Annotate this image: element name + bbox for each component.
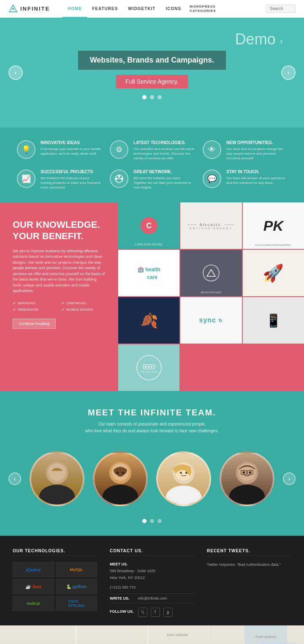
hero-dot-3[interactable] — [157, 95, 162, 99]
svg-point-25 — [180, 472, 182, 474]
team-prev-button[interactable]: ‹ — [8, 472, 21, 485]
innovative-title: INNOVATIVE IDEAS — [41, 140, 101, 145]
portfolio-mountain[interactable]: MOUNTAIN REEF — [180, 250, 242, 296]
hero-dot-2[interactable] — [150, 95, 154, 99]
portfolio-sync[interactable]: sync ↻ — [180, 297, 242, 344]
nav-widgetkit[interactable]: WIDGETKIT — [123, 0, 160, 18]
svg-point-20 — [117, 472, 119, 474]
svg-rect-1 — [12, 8, 14, 10]
team-subtitle: Our team consists of passionate and expe… — [8, 421, 296, 434]
team-avatar-1[interactable] — [30, 451, 84, 506]
portfolio-leaf[interactable]: 🍂 — [118, 297, 179, 344]
svg-rect-13 — [151, 366, 152, 368]
tech-css3: CSS3STYLING — [56, 596, 97, 611]
team-avatar-4[interactable] — [220, 451, 274, 506]
footer-contact: CONTACT US. MEET US. 588 Broadway · Suit… — [110, 548, 194, 617]
logo[interactable]: INFINITE — [8, 4, 50, 14]
svg-line-8 — [119, 177, 120, 179]
facebook-icon[interactable]: f — [151, 608, 160, 617]
continue-button[interactable]: Continue Reading — [13, 319, 56, 329]
contact-divider-1 — [110, 593, 194, 594]
portfolio-biscuits[interactable]: ~~~ biscuits. ~~~ ARTISAN BAKERY — [180, 202, 242, 249]
meet-label: MEET US. — [110, 562, 194, 566]
search-input[interactable] — [266, 5, 296, 13]
team-avatar-3[interactable] — [156, 451, 211, 506]
portfolio-carlton[interactable]: C CARLTON HOTEL — [118, 202, 179, 249]
tech-grid: jQuery MySQL ☕ Java 🐍 python node.js CSS… — [13, 562, 97, 611]
team-carousel: ‹ — [8, 447, 296, 510]
demo-label: Demo › — [235, 30, 283, 48]
svg-point-5 — [118, 175, 120, 177]
innovative-icon: 💡 — [17, 140, 35, 159]
follow-label: FOLLOW US. — [110, 609, 134, 614]
technologies-icon: ⚙ — [110, 140, 128, 159]
touch-title: STAY IN TOUCH. — [226, 169, 287, 174]
portfolio-rocket[interactable]: 🚀 — [243, 250, 304, 296]
portfolio-grid: C CARLTON HOTEL ~~~ biscuits. ~~~ ARTISA… — [118, 202, 304, 391]
hero-next-button[interactable]: › — [281, 65, 296, 80]
contact-title: CONTACT US. — [110, 548, 194, 556]
projects-icon: 📈 — [17, 169, 35, 188]
svg-point-15 — [39, 485, 75, 506]
write-label: WRITE US. — [110, 596, 130, 600]
pk-label: FELIX KARIS PHOTOGRAPHY — [243, 244, 304, 246]
follow-row: FOLLOW US. 𝕏 f g — [110, 606, 194, 617]
svg-point-26 — [185, 472, 187, 474]
feature-innovative: 💡 INNOVATIVE IDEAS If we design your web… — [17, 140, 101, 161]
contact-email: info@infinite.com — [138, 596, 167, 600]
team-avatar-2[interactable] — [93, 451, 148, 506]
portfolio-bullets: ✓ BRANDING ✓ CAMPAIGNS ✓ WEBDESIGN ✓ MOB… — [13, 301, 106, 312]
nav-features[interactable]: FEATURES — [87, 0, 123, 18]
team-avatars — [30, 451, 274, 506]
team-next-button[interactable]: › — [283, 472, 296, 485]
tech-java: ☕ Java — [13, 579, 54, 594]
portfolio-desc: We aim to improve business by delivering… — [13, 248, 106, 294]
team-dots — [8, 519, 296, 523]
svg-text:EAST HARLEM: EAST HARLEM — [167, 633, 187, 636]
team-dot-3[interactable] — [157, 519, 162, 523]
team-dot-2[interactable] — [150, 519, 154, 523]
tech-jquery: jQuery — [13, 562, 54, 577]
map-svg: EAST HARLEM UPPER WEST SIDE MANHATTAN UP… — [0, 625, 304, 644]
portfolio-traveline[interactable]: TRAVELINE — [118, 344, 179, 391]
opportunities-icon: 👁 — [203, 140, 221, 159]
nav-wordpress[interactable]: WORDPRESSCATEGORIES — [186, 0, 219, 18]
tech-node: node.js — [13, 596, 54, 611]
features-grid: 💡 INNOVATIVE IDEAS If we design your web… — [17, 140, 287, 190]
bullet-campaigns: ✓ CAMPAIGNS — [61, 301, 106, 306]
social-icons: 𝕏 f g — [138, 608, 173, 617]
logo-icon — [8, 4, 18, 14]
portfolio-section: OUR KNOWLEDGE.YOUR BENEFIT. We aim to im… — [0, 202, 304, 391]
hero-dot-1[interactable] — [142, 95, 147, 99]
portfolio-tablet[interactable]: 📱 — [243, 297, 304, 344]
contact-address: 588 Broadway · Suite 1020New York, NY 10… — [110, 568, 194, 581]
svg-point-32 — [243, 471, 245, 474]
touch-desc: Our team will answer all your questions … — [226, 176, 287, 185]
hero-prev-button[interactable]: ‹ — [8, 65, 23, 80]
network-icon — [110, 169, 128, 188]
technologies-desc: Our websites and services use the latest… — [133, 147, 194, 161]
opportunities-title: NEW OPPORTUNITIES. — [226, 140, 287, 145]
team-dot-1[interactable] — [142, 519, 147, 523]
network-title: GREAT NETWORK. — [133, 169, 194, 174]
carlton-icon: C — [141, 217, 157, 234]
portfolio-pk[interactable]: PK FELIX KARIS PHOTOGRAPHY — [243, 202, 304, 249]
tech-mysql: MySQL — [56, 562, 97, 577]
svg-rect-36 — [262, 642, 296, 644]
tweet-content: Twitter response: "Bad Authentication da… — [207, 562, 291, 568]
svg-text:PORT MORRIS: PORT MORRIS — [255, 636, 276, 639]
svg-point-3 — [116, 177, 118, 180]
tech-title: OUR TECHNOLOGIES. — [13, 548, 97, 556]
nav-home[interactable]: HOME — [62, 0, 87, 18]
twitter-icon[interactable]: 𝕏 — [138, 608, 147, 617]
opportunities-desc: Our work and our projects change the way… — [226, 147, 287, 161]
portfolio-healthcare[interactable]: 🏥 healthcare — [118, 250, 179, 296]
portfolio-heading: OUR KNOWLEDGE.YOUR BENEFIT. — [13, 219, 106, 242]
nav-icons[interactable]: ICONS — [160, 0, 186, 18]
projects-title: SUCCESSFUL PROJECTS — [41, 169, 101, 174]
feature-opportunities: 👁 NEW OPPORTUNITIES. Our work and our pr… — [203, 140, 287, 161]
bullet-webdesign: ✓ WEBDESIGN — [13, 307, 57, 312]
github-icon[interactable]: g — [163, 608, 173, 617]
svg-point-23 — [166, 486, 201, 506]
touch-icon: 💬 — [203, 169, 221, 188]
